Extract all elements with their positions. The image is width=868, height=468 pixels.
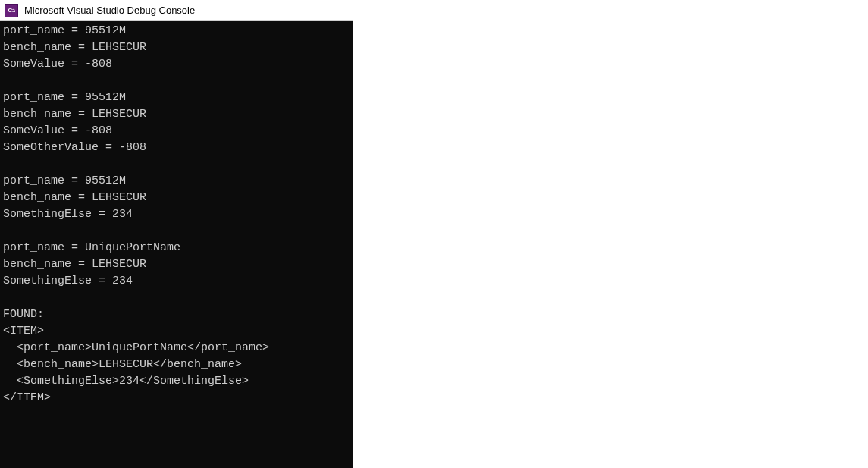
window-title: Microsoft Visual Studio Debug Console xyxy=(24,5,195,16)
debug-console-window: C:\ Microsoft Visual Studio Debug Consol… xyxy=(0,0,353,468)
console-output[interactable]: port_name = 95512M bench_name = LEHSECUR… xyxy=(0,21,353,468)
titlebar[interactable]: C:\ Microsoft Visual Studio Debug Consol… xyxy=(0,0,353,21)
app-icon-label: C:\ xyxy=(8,7,14,14)
app-icon: C:\ xyxy=(5,4,18,17)
